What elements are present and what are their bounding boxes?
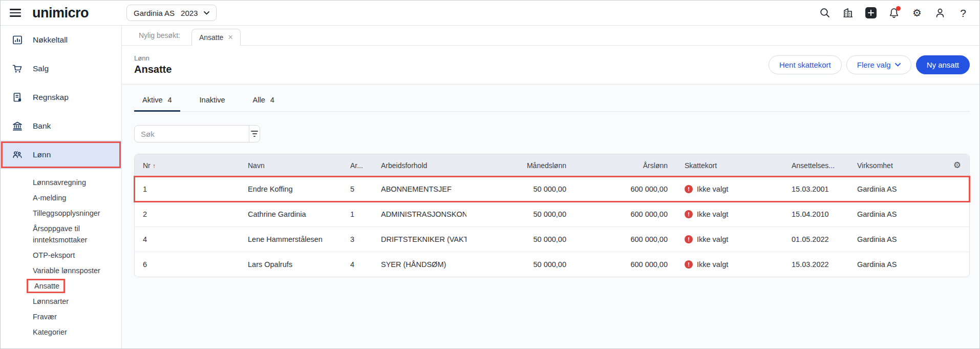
sidebar-item-label: Lønn — [33, 150, 51, 159]
unimicro-logo: unimicro — [32, 5, 89, 21]
recently-visited-label: Nylig besøkt: — [139, 31, 180, 45]
column-header-arbeidsforhold[interactable]: Arbeidsforhold — [381, 161, 466, 170]
sidebar-subitem-kategorier[interactable]: Kategorier — [1, 324, 121, 340]
cell-arbeidsforhold: SYER (HÅNDSØM) — [381, 260, 466, 269]
sidebar-item-label: Bank — [33, 121, 51, 131]
tab-label: Aktive — [142, 96, 163, 104]
cell-arslonn: 600 000,00 — [566, 185, 668, 193]
error-exclamation-icon: ! — [685, 235, 693, 243]
search-icon[interactable] — [818, 6, 832, 19]
sort-ascending-icon: ↑ — [153, 162, 156, 170]
column-header-ansettelses[interactable]: Ansettelses... — [783, 161, 849, 170]
sidebar: Nøkkeltall Salg Regnskap Bank Lønn Lønns… — [1, 26, 122, 348]
cell-ansettelses: 15.03.2022 — [783, 260, 849, 269]
table-settings-gear-icon[interactable]: ⚙ — [953, 161, 961, 170]
sidebar-subitem-lonnsarter[interactable]: Lønnsarter — [1, 294, 121, 309]
cell-nr: 1 — [135, 185, 248, 193]
cell-manedslonn: 50 000,00 — [466, 235, 566, 243]
new-employee-button[interactable]: Ny ansatt — [916, 55, 970, 74]
cell-ansettelses: 15.04.2010 — [783, 210, 849, 218]
company-icon[interactable] — [841, 6, 855, 19]
error-exclamation-icon: ! — [685, 260, 693, 269]
topbar-actions: ⚙ ? — [818, 6, 970, 19]
search-input[interactable] — [135, 126, 249, 142]
cell-arbeidsforhold: ADMINISTRASJONSKONSU — [381, 210, 466, 218]
table-row[interactable]: 4 Lene Hammerstålesen 3 DRIFTSTEKNIKER (… — [135, 227, 969, 252]
close-icon[interactable]: × — [228, 33, 232, 42]
cell-manedslonn: 50 000,00 — [466, 260, 566, 269]
cell-arslonn: 600 000,00 — [566, 210, 668, 218]
more-options-button[interactable]: Flere valg — [846, 55, 911, 74]
sidebar-subitem-variable-lonnsposter[interactable]: Variable lønnsposter — [1, 263, 121, 278]
cell-skattekort: Ikke valgt — [697, 210, 728, 218]
cell-skattekort: Ikke valgt — [697, 260, 728, 269]
tab-inaktive[interactable]: Inaktive — [191, 90, 233, 112]
sidebar-subitem-fravaer[interactable]: Fravær — [1, 309, 121, 324]
table-row[interactable]: 1 Endre Koffing 5 ABONNEMENTSJEF 50 000,… — [135, 176, 969, 201]
sidebar-item-bank[interactable]: Bank — [1, 112, 121, 140]
table-row[interactable]: 6 Lars Opalrufs 4 SYER (HÅNDSØM) 50 000,… — [135, 252, 969, 277]
sales-cart-icon — [12, 63, 23, 74]
sidebar-subitem-tilleggsopplysninger[interactable]: Tilleggsopplysninger — [1, 206, 121, 221]
cell-ansettelses: 01.05.2022 — [783, 235, 849, 243]
column-header-arslonn[interactable]: Årslønn — [566, 161, 668, 170]
selected-year: 2023 — [181, 9, 198, 17]
cell-nr: 6 — [135, 260, 248, 269]
hamburger-menu-icon[interactable] — [10, 9, 21, 17]
sidebar-subitem-arsoppgave[interactable]: Årsoppgave til inntektsmottaker — [1, 221, 121, 248]
key-figures-icon — [12, 34, 23, 46]
cell-arbeidsforhold: DRIFTSTEKNIKER (VAKTM — [381, 235, 466, 243]
sidebar-subitem-lonnsavregning[interactable]: Lønnsavregning — [1, 175, 121, 190]
cell-nr: 2 — [135, 210, 248, 218]
cell-ansettelses: 15.03.2001 — [783, 185, 849, 193]
table-row[interactable]: 2 Cathrine Gardinia 1 ADMINISTRASJONSKON… — [135, 201, 969, 227]
app-window: unimicro Gardinia AS 2023 ⚙ ? — [0, 0, 980, 349]
filter-icon[interactable] — [249, 126, 260, 142]
recent-tab-ansatte[interactable]: Ansatte × — [191, 29, 241, 46]
fetch-taxcard-button[interactable]: Hent skattekort — [769, 55, 842, 74]
sidebar-item-regnskap[interactable]: Regnskap — [1, 83, 121, 112]
page-title: Ansatte — [134, 64, 172, 75]
sidebar-subitem-a-melding[interactable]: A-melding — [1, 190, 121, 206]
user-icon[interactable] — [933, 6, 947, 19]
accounting-icon — [12, 92, 23, 103]
column-header-manedslonn[interactable]: Månedslønn — [466, 161, 566, 170]
notifications-icon[interactable] — [887, 6, 901, 19]
payroll-people-icon — [12, 149, 23, 160]
column-header-virksomhet[interactable]: Virksomhet — [849, 161, 947, 170]
company-year-selector[interactable]: Gardinia AS 2023 — [126, 5, 217, 21]
content-area: Aktive 4 Inaktive Alle 4 — [122, 85, 979, 348]
page-header: Lønn Ansatte Hent skattekort Flere valg … — [122, 46, 979, 85]
settings-icon[interactable]: ⚙ — [910, 6, 924, 19]
help-icon[interactable]: ? — [956, 6, 970, 19]
sidebar-item-salg[interactable]: Salg — [1, 54, 121, 83]
error-exclamation-icon: ! — [685, 210, 693, 218]
sidebar-item-lonn[interactable]: Lønn — [1, 140, 121, 169]
cell-skattekort: Ikke valgt — [697, 185, 728, 193]
tab-aktive[interactable]: Aktive 4 — [134, 90, 180, 112]
payroll-submenu: Lønnsavregning A-melding Tilleggsopplysn… — [1, 175, 121, 340]
cell-ar: 1 — [350, 210, 381, 218]
sidebar-subitem-ansatte[interactable]: Ansatte — [1, 278, 121, 294]
chevron-down-icon — [204, 11, 209, 15]
column-header-nr[interactable]: Nr↑ — [135, 161, 248, 170]
column-header-navn[interactable]: Navn — [248, 161, 350, 170]
employees-table: Nr↑ Navn Ar... Arbeidsforhold Månedslønn… — [134, 154, 970, 277]
tab-count: 4 — [168, 96, 172, 104]
cell-navn: Cathrine Gardinia — [248, 210, 350, 218]
cell-navn: Lene Hammerstålesen — [248, 235, 350, 243]
column-header-ar[interactable]: Ar... — [350, 161, 381, 170]
sidebar-item-nokkeltall[interactable]: Nøkkeltall — [1, 26, 121, 54]
recent-tabs-strip: Nylig besøkt: Ansatte × — [122, 26, 979, 46]
error-exclamation-icon: ! — [685, 185, 693, 193]
sidebar-subitem-otp-eksport[interactable]: OTP-eksport — [1, 248, 121, 263]
column-header-skattekort[interactable]: Skattekort — [668, 161, 783, 170]
cell-navn: Lars Opalrufs — [248, 260, 350, 269]
more-options-label: Flere valg — [857, 60, 891, 69]
add-icon[interactable] — [864, 6, 878, 19]
breadcrumb: Lønn — [134, 54, 172, 62]
cell-arbeidsforhold: ABONNEMENTSJEF — [381, 185, 466, 193]
tab-alle[interactable]: Alle 4 — [245, 90, 283, 112]
cell-virksomhet: Gardinia AS — [849, 185, 947, 193]
cell-navn: Endre Koffing — [248, 185, 350, 193]
